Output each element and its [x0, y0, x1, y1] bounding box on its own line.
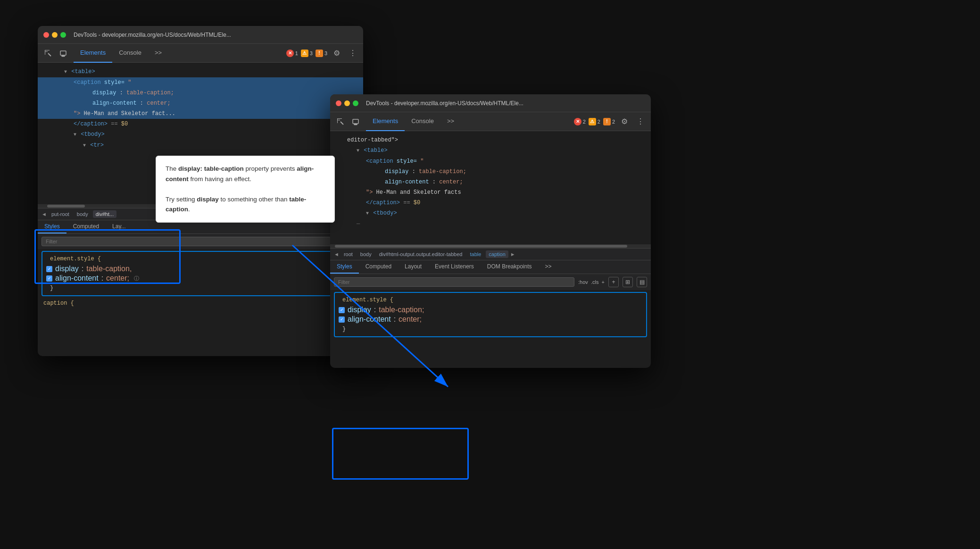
- tab-more-styles-2[interactable]: >>: [539, 260, 558, 274]
- html-line-display-2[interactable]: display : table-caption;: [330, 166, 651, 177]
- tooltip-line2: Try setting display to something other t…: [166, 194, 325, 215]
- html-line-align-2[interactable]: align-content : center;: [330, 177, 651, 187]
- more-menu-icon-1[interactable]: ⋮: [346, 47, 359, 60]
- css-align-checkbox-1[interactable]: ✓: [46, 275, 52, 282]
- breadcrumb-body-2[interactable]: body: [357, 250, 374, 258]
- tab-computed-2[interactable]: Computed: [359, 260, 398, 274]
- tab-styles-1[interactable]: Styles: [38, 220, 66, 233]
- styles-panel-1: Styles Computed Lay... element.style { ✓…: [38, 220, 363, 308]
- device-icon-2[interactable]: [349, 115, 362, 128]
- error-badge-2: ✕ 2: [574, 118, 586, 125]
- tooltip-box: The display: table-caption property prev…: [156, 156, 335, 223]
- toolbar-tabs-2: Elements Console >>: [366, 112, 461, 131]
- settings-icon-1[interactable]: ⚙: [330, 47, 343, 60]
- breadcrumb-put-root[interactable]: put-root: [49, 210, 72, 218]
- breadcrumb-root-2[interactable]: root: [341, 250, 356, 258]
- css-rule-box-1: element.style { ✓ display : table-captio…: [42, 251, 359, 296]
- tab-elements-1[interactable]: Elements: [74, 44, 112, 63]
- css-caption-selector-1: caption {: [38, 298, 363, 308]
- error-icon-2: ✕: [574, 118, 581, 125]
- devtools-window-2[interactable]: DevTools - developer.mozilla.org/en-US/d…: [330, 94, 651, 368]
- svg-rect-3: [60, 51, 66, 55]
- new-style-icon[interactable]: +: [608, 277, 619, 287]
- styles-panel-2: Styles Computed Layout Event Listeners D…: [330, 260, 651, 337]
- css-display-checkbox-2[interactable]: ✓: [339, 307, 345, 313]
- device-icon-1[interactable]: [57, 47, 70, 60]
- close-button-2[interactable]: [336, 100, 341, 106]
- breadcrumb-back-2[interactable]: ◄: [334, 251, 339, 257]
- warning-badge-2: ⚠ 2: [589, 118, 600, 125]
- breadcrumb-forward-2[interactable]: ►: [510, 251, 515, 257]
- html-line-tbody-2[interactable]: ▼ <tbody>: [330, 208, 651, 219]
- html-line-caption-open[interactable]: <caption style= ": [38, 77, 363, 88]
- inspect-icon-1[interactable]: [42, 47, 55, 60]
- tab-computed-1[interactable]: Computed: [66, 220, 106, 233]
- tab-console-2[interactable]: Console: [405, 112, 440, 131]
- html-line-caption-text[interactable]: "> He-Man and Skeletor fact...: [38, 108, 363, 119]
- html-panel-2: editor-tabbed"> ▼ <table> <caption style…: [330, 131, 651, 244]
- svg-rect-5: [337, 118, 342, 119]
- styles-filter-1: [38, 234, 363, 249]
- filter-input-2[interactable]: [334, 277, 574, 287]
- close-button-1[interactable]: [43, 32, 49, 38]
- html-line-tbody[interactable]: ▼ <tbody>: [38, 129, 363, 140]
- html-line-display[interactable]: display : table-caption;: [38, 88, 363, 98]
- breadcrumb-table-2[interactable]: table: [467, 250, 484, 258]
- class-icon[interactable]: ⊞: [623, 277, 633, 287]
- html-line-caption-close[interactable]: </caption> == $0: [38, 119, 363, 129]
- tab-more-2[interactable]: >>: [440, 112, 461, 131]
- css-align-checkbox-2[interactable]: ✓: [339, 316, 345, 323]
- tab-styles-2[interactable]: Styles: [330, 260, 359, 274]
- html-line-tr[interactable]: ▼ <tr>: [38, 140, 363, 151]
- error-icon-1: ✕: [286, 50, 294, 57]
- scrollbar-thumb-h-1[interactable]: [47, 205, 85, 208]
- more-menu-icon-2[interactable]: ⋮: [634, 115, 647, 128]
- html-line-table-2[interactable]: ▼ <table>: [330, 145, 651, 156]
- tab-layout-2[interactable]: Layout: [398, 260, 428, 274]
- maximize-button-2[interactable]: [353, 100, 358, 106]
- toggle-icon[interactable]: ▤: [637, 277, 647, 287]
- minimize-button-1[interactable]: [52, 32, 58, 38]
- css-display-row-2: ✓ display : table-caption;: [337, 305, 644, 315]
- css-display-row-1: ✓ display : table-caption,: [44, 264, 357, 274]
- tab-layout-1[interactable]: Lay...: [106, 220, 132, 233]
- breadcrumb-caption-2[interactable]: caption: [486, 250, 508, 258]
- html-line-caption-close-2[interactable]: </caption> == $0: [330, 198, 651, 208]
- css-rule-box-2: element.style { ✓ display : table-captio…: [334, 292, 647, 337]
- breadcrumb-back-1[interactable]: ◄: [42, 211, 47, 217]
- breadcrumb-body-1[interactable]: body: [74, 210, 91, 218]
- styles-filter-2: :hov .cls + + ⊞ ▤: [330, 274, 651, 290]
- breadcrumb-div-1[interactable]: div#ht...: [93, 210, 117, 218]
- html-line-align[interactable]: align-content : center;: [38, 98, 363, 108]
- window-title-1: DevTools - developer.mozilla.org/en-US/d…: [74, 32, 231, 38]
- svg-rect-8: [353, 119, 358, 124]
- css-close-2: }: [337, 324, 644, 334]
- tab-more-1[interactable]: >>: [148, 44, 168, 63]
- filter-input-1[interactable]: [42, 237, 359, 246]
- scrollbar-h-2[interactable]: [330, 244, 651, 248]
- styles-tabs-2: Styles Computed Layout Event Listeners D…: [330, 260, 651, 274]
- css-align-row-1: ✓ align-content : center; ⓘ: [44, 274, 357, 283]
- tab-dom-breakpoints-2[interactable]: DOM Breakpoints: [481, 260, 539, 274]
- info-badge-2: ! 2: [603, 118, 615, 125]
- html-line-caption-open-2[interactable]: <caption style= ": [330, 156, 651, 166]
- tab-event-listeners-2[interactable]: Event Listeners: [428, 260, 481, 274]
- minimize-button-2[interactable]: [344, 100, 350, 106]
- html-line-dash-2: —: [330, 219, 651, 229]
- breadcrumb-div-2[interactable]: div#html-output.output.editor-tabbed: [376, 250, 465, 258]
- maximize-button-1[interactable]: [60, 32, 66, 38]
- settings-icon-2[interactable]: ⚙: [618, 115, 631, 128]
- tab-elements-2[interactable]: Elements: [366, 112, 405, 131]
- html-line-editor-tabbed[interactable]: editor-tabbed">: [330, 135, 651, 145]
- inspect-icon-2[interactable]: [334, 115, 347, 128]
- tooltip-line1: The display: table-caption property prev…: [166, 164, 325, 184]
- devtools-toolbar-2: Elements Console >> ✕ 2 ⚠ 2 ! 2 ⚙ ⋮: [330, 112, 651, 131]
- html-line-table[interactable]: ▼ <table>: [38, 67, 363, 77]
- css-close-1: }: [44, 283, 357, 293]
- svg-rect-4: [62, 56, 65, 57]
- html-line-caption-text-2[interactable]: "> He-Man and Skeletor facts: [330, 187, 651, 198]
- css-display-checkbox-1[interactable]: ✓: [46, 266, 52, 272]
- css-align-row-2: ✓ align-content : center;: [337, 315, 644, 324]
- tab-console-1[interactable]: Console: [112, 44, 148, 63]
- scrollbar-thumb-h-2[interactable]: [335, 245, 627, 248]
